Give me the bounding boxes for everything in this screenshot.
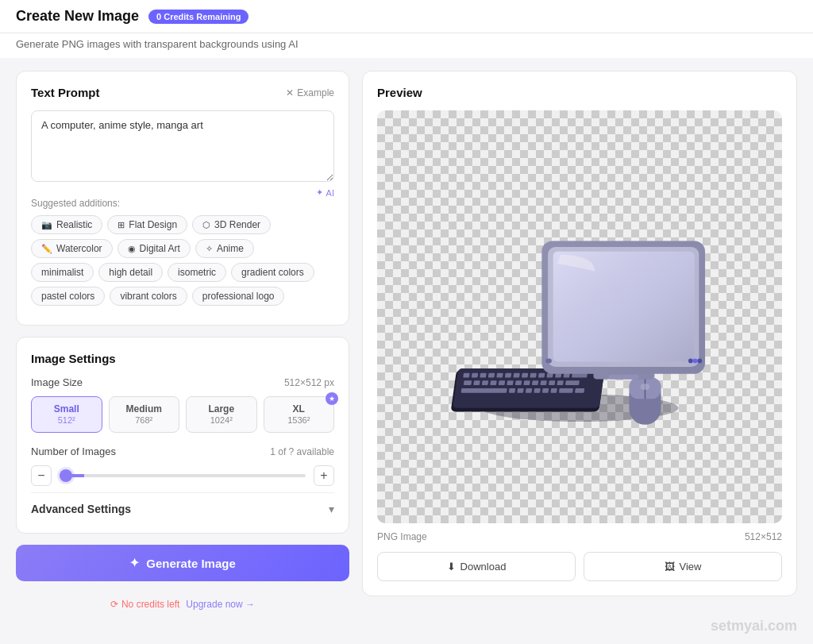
svg-rect-12	[538, 373, 545, 378]
tags-row-2: ✏️Watercolor◉Digital Art✧Anime	[31, 239, 334, 258]
generate-label: Generate Image	[146, 557, 236, 570]
tag-label: high detail	[109, 267, 152, 278]
preview-type: PNG Image	[377, 531, 427, 542]
svg-rect-48	[608, 375, 638, 380]
card-header: Text Prompt ✕ Example	[31, 86, 334, 99]
advanced-label: Advanced Settings	[31, 503, 131, 515]
tag-label: gradient colors	[241, 267, 304, 278]
svg-rect-33	[526, 388, 532, 393]
tag-label: Realistic	[56, 219, 92, 230]
tag-label: Watercolor	[56, 243, 102, 254]
size-grid: Small512²Medium768²Large1024²★XL1536²	[31, 396, 334, 433]
svg-rect-25	[532, 380, 538, 385]
size-dim: 1024²	[210, 415, 233, 425]
loop-icon: ⟳	[110, 599, 118, 610]
svg-rect-7	[496, 373, 503, 378]
main-layout: Text Prompt ✕ Example A computer, anime …	[0, 58, 813, 623]
tag-button[interactable]: pastel colors	[31, 287, 105, 306]
svg-rect-18	[473, 380, 480, 385]
text-prompt-card: Text Prompt ✕ Example A computer, anime …	[16, 71, 349, 326]
watermark: setmyai.com	[711, 618, 797, 623]
tag-button[interactable]: 📷Realistic	[31, 215, 102, 234]
example-label: Example	[297, 87, 334, 98]
num-images-value: 1 of ? available	[270, 446, 334, 457]
num-images-slider[interactable]	[60, 474, 306, 477]
image-size-value: 512×512 px	[284, 377, 334, 388]
svg-rect-30	[460, 388, 507, 393]
advanced-settings-row[interactable]: Advanced Settings ▾	[31, 492, 334, 519]
svg-rect-22	[507, 380, 513, 385]
svg-rect-27	[549, 380, 555, 385]
size-option[interactable]: Large1024²	[186, 396, 257, 433]
tag-button[interactable]: high detail	[98, 263, 163, 282]
tag-label: pastel colors	[41, 291, 94, 302]
tag-icon: ⊞	[118, 220, 125, 230]
tag-label: professional logo	[202, 291, 275, 302]
slider-row: − +	[31, 465, 334, 486]
svg-rect-9	[513, 373, 519, 378]
tag-label: Flat Design	[129, 219, 177, 230]
svg-rect-24	[523, 380, 530, 385]
svg-rect-26	[540, 380, 546, 385]
svg-rect-53	[541, 241, 705, 373]
svg-rect-20	[490, 380, 496, 385]
svg-rect-28	[557, 380, 563, 385]
download-icon: ⬇	[447, 561, 456, 573]
svg-rect-34	[534, 388, 540, 393]
slider-plus-button[interactable]: +	[314, 465, 334, 486]
tag-button[interactable]: ◉Digital Art	[118, 239, 191, 258]
tag-button[interactable]: professional logo	[192, 287, 285, 306]
page-subtitle: Generate PNG images with transparent bac…	[0, 33, 813, 58]
text-prompt-title: Text Prompt	[31, 86, 99, 99]
view-label: View	[680, 561, 702, 573]
slider-minus-button[interactable]: −	[31, 465, 52, 486]
svg-rect-37	[559, 388, 573, 393]
image-size-row: Image Size 512×512 px	[31, 376, 334, 388]
no-credits-label: No credits left	[121, 599, 179, 610]
generate-button[interactable]: ✦ Generate Image	[16, 545, 349, 581]
tag-label: 3D Render	[214, 219, 260, 230]
size-name: Large	[191, 403, 252, 415]
tag-button[interactable]: gradient colors	[231, 263, 314, 282]
settings-title: Image Settings	[31, 352, 334, 365]
download-button[interactable]: ⬇ Download	[377, 552, 576, 581]
tag-button[interactable]: ⬡3D Render	[192, 215, 271, 234]
size-option[interactable]: ★XL1536²	[264, 396, 335, 433]
star-badge: ★	[326, 392, 338, 405]
preview-title: Preview	[377, 86, 782, 99]
ai-label: AI	[326, 188, 334, 198]
page-title: Create New Image	[16, 8, 139, 25]
size-option[interactable]: Small512²	[31, 396, 102, 433]
chevron-down-icon: ▾	[329, 503, 334, 515]
tags-row-1: 📷Realistic⊞Flat Design⬡3D Render	[31, 215, 334, 234]
tag-icon: ⬡	[202, 220, 210, 230]
size-name: XL	[269, 403, 329, 415]
tag-button[interactable]: vibrant colors	[110, 287, 187, 306]
x-icon: ✕	[286, 87, 294, 98]
top-bar: Create New Image 0 Credits Remaining	[0, 0, 813, 33]
svg-rect-36	[550, 388, 557, 393]
tag-button[interactable]: ✧Anime	[195, 239, 254, 258]
size-name: Small	[37, 403, 97, 415]
tag-label: Anime	[217, 243, 244, 254]
size-option[interactable]: Medium768²	[109, 396, 180, 433]
size-dim: 512²	[58, 415, 75, 425]
tag-button[interactable]: ⊞Flat Design	[107, 215, 187, 234]
tag-button[interactable]: isometric	[168, 263, 226, 282]
sparkle-icon: ✦	[316, 187, 323, 198]
svg-rect-17	[464, 380, 472, 385]
example-link[interactable]: ✕ Example	[286, 87, 334, 98]
svg-rect-8	[505, 373, 511, 378]
ai-button[interactable]: ✦ AI	[316, 187, 334, 198]
tag-button[interactable]: ✏️Watercolor	[31, 239, 113, 258]
preview-image	[428, 195, 732, 438]
prompt-textarea[interactable]: A computer, anime style, manga art	[31, 110, 334, 182]
svg-rect-21	[499, 380, 505, 385]
preview-dimensions: 512×512	[745, 531, 782, 542]
upgrade-link[interactable]: Upgrade now →	[186, 599, 255, 610]
no-credits-row: ⟳ No credits left Upgrade now →	[16, 599, 349, 610]
tag-button[interactable]: minimalist	[31, 263, 94, 282]
view-icon: 🖼	[665, 561, 675, 573]
view-button[interactable]: 🖼 View	[584, 552, 782, 581]
num-images-row: Number of Images 1 of ? available	[31, 445, 334, 457]
